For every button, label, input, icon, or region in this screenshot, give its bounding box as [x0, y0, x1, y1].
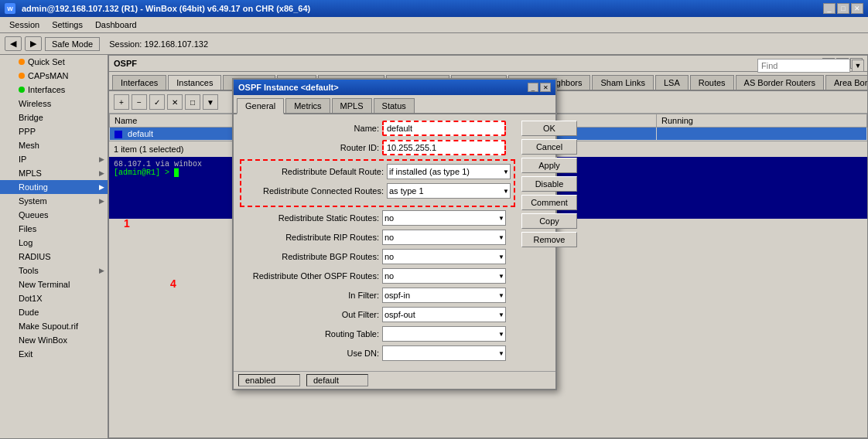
- redistribute-bgp-select[interactable]: no as type 1 as type 2: [382, 249, 506, 264]
- tab-interfaces[interactable]: Interfaces: [112, 75, 166, 90]
- apply-button[interactable]: Apply: [521, 158, 577, 173]
- redistribute-connected-select[interactable]: as type 1 no as type 2: [387, 183, 511, 199]
- sidebar-item-routing[interactable]: Routing ▶: [0, 180, 108, 194]
- tab-instances[interactable]: Instances: [168, 75, 221, 91]
- back-button[interactable]: ◀: [5, 36, 22, 51]
- sidebar-item-interfaces[interactable]: Interfaces: [0, 83, 108, 97]
- ospf-titlebar: OSPF _ □ ✕: [109, 56, 867, 72]
- redistribute-rip-wrapper: no as type 1 as type 2: [382, 230, 506, 245]
- filter-button[interactable]: ▼: [203, 94, 218, 110]
- sidebar-item-ip[interactable]: IP ▶: [0, 152, 108, 166]
- tab-as-border-routers[interactable]: AS Border Routers: [736, 75, 824, 90]
- redistribute-connected-row: Redistribute Connected Routes: as type 1…: [244, 183, 511, 199]
- out-filter-select[interactable]: ospf-out none: [382, 307, 506, 322]
- col-running: Running: [657, 114, 867, 128]
- sidebar-item-new-terminal[interactable]: New Terminal: [0, 277, 108, 291]
- dialog-status-bar: enabled default: [234, 371, 555, 389]
- disable-button[interactable]: Disable: [521, 176, 577, 192]
- instance-icon: [114, 131, 122, 138]
- dialog-tab-general[interactable]: General: [237, 98, 284, 114]
- tab-sham-links[interactable]: Sham Links: [592, 75, 653, 90]
- dialog-form: Name: Router ID: Redistribute Default Ro…: [240, 121, 515, 365]
- maximize-button[interactable]: □: [837, 3, 849, 14]
- use-dn-select[interactable]: [382, 345, 506, 361]
- dialog-tabs: General Metrics MPLS Status: [234, 95, 555, 114]
- tab-area-border-routers[interactable]: Area Border Routers: [825, 75, 867, 90]
- close-button[interactable]: ✕: [851, 3, 863, 14]
- sidebar-item-label: System: [19, 196, 47, 206]
- session-label: Session: 192.168.107.132: [109, 39, 208, 49]
- sidebar-item-tools[interactable]: Tools ▶: [0, 264, 108, 277]
- menu-settings[interactable]: Settings: [46, 19, 89, 31]
- sidebar-item-bridge[interactable]: Bridge: [0, 111, 108, 124]
- sidebar-item-label: Wireless: [19, 99, 51, 108]
- sidebar-item-label: Log: [19, 238, 32, 247]
- sidebar-item-dude[interactable]: Dude: [0, 305, 108, 319]
- routing-table-select[interactable]: [382, 326, 506, 342]
- mpls-arrow-icon: ▶: [99, 169, 104, 177]
- tab-lsa[interactable]: LSA: [655, 75, 689, 90]
- disable-button[interactable]: ✕: [167, 94, 183, 110]
- sidebar-item-label: Quick Set: [28, 57, 65, 66]
- sidebar-item-new-winbox[interactable]: New WinBox: [0, 333, 108, 347]
- use-dn-wrapper: [382, 345, 506, 361]
- sidebar-item-label: New Terminal: [19, 280, 70, 289]
- menu-bar: Session Settings Dashboard: [0, 17, 868, 33]
- sidebar-item-exit[interactable]: Exit: [0, 347, 108, 361]
- sidebar-item-mesh[interactable]: Mesh: [0, 138, 108, 152]
- find-input[interactable]: [757, 72, 850, 73]
- redistribute-rip-select[interactable]: no as type 1 as type 2: [382, 230, 506, 245]
- sidebar-item-radius[interactable]: RADIUS: [0, 250, 108, 264]
- menu-dashboard[interactable]: Dashboard: [89, 19, 143, 31]
- forward-button[interactable]: ▶: [25, 36, 42, 51]
- sidebar-item-log[interactable]: Log: [0, 236, 108, 250]
- title-bar: W admin@192.168.107.132 (R1) - WinBox (6…: [0, 0, 868, 17]
- interfaces-status-dot: [19, 87, 25, 93]
- sidebar-item-label: Make Supout.rif: [19, 322, 78, 331]
- copy-button[interactable]: Copy: [521, 213, 577, 229]
- main-layout: Quick Set CAPsMAN Interfaces Wireless Br…: [0, 55, 868, 438]
- dialog-tab-mpls[interactable]: MPLS: [332, 98, 372, 113]
- redistribute-ospf-select[interactable]: no as type 1 as type 2: [382, 268, 506, 284]
- sidebar-item-capsman[interactable]: CAPsMAN: [0, 69, 108, 83]
- minimize-button[interactable]: _: [823, 3, 836, 14]
- sidebar-item-label: IP: [19, 155, 26, 164]
- dialog-window-controls: _ ✕: [528, 83, 551, 92]
- sidebar-item-files[interactable]: Files: [0, 222, 108, 236]
- ip-arrow-icon: ▶: [99, 155, 104, 163]
- sidebar-item-label: Exit: [19, 349, 32, 359]
- sidebar-item-quickset[interactable]: Quick Set: [0, 55, 108, 69]
- remove-button[interactable]: −: [132, 94, 147, 110]
- sidebar-item-mpls[interactable]: MPLS ▶: [0, 166, 108, 180]
- redistribute-default-wrapper: if installed (as type 1) no always (as t…: [387, 164, 511, 179]
- name-input[interactable]: [382, 121, 506, 136]
- dialog-minimize-button[interactable]: _: [528, 83, 538, 92]
- sidebar-item-ppp[interactable]: PPP: [0, 124, 108, 138]
- dialog-close-button[interactable]: ✕: [540, 83, 551, 92]
- dialog-tab-metrics[interactable]: Metrics: [285, 98, 330, 113]
- status-enabled: enabled: [238, 374, 300, 386]
- add-button[interactable]: +: [114, 94, 129, 110]
- sidebar-item-make-supout[interactable]: Make Supout.rif: [0, 319, 108, 333]
- redistribute-static-select[interactable]: no as type 1 as type 2: [382, 210, 506, 226]
- redistribute-default-select[interactable]: if installed (as type 1) no always (as t…: [387, 164, 511, 179]
- router-id-input[interactable]: [382, 140, 506, 155]
- remove-button[interactable]: Remove: [521, 232, 577, 247]
- in-filter-select[interactable]: ospf-in none: [382, 288, 506, 303]
- cell-running: [657, 128, 867, 141]
- cancel-button[interactable]: Cancel: [521, 139, 577, 155]
- comment-button[interactable]: Comment: [521, 195, 577, 210]
- routing-arrow-icon: ▶: [99, 183, 104, 191]
- sidebar-item-system[interactable]: System ▶: [0, 194, 108, 208]
- safe-mode-button[interactable]: Safe Mode: [45, 37, 100, 51]
- tab-routes[interactable]: Routes: [690, 75, 734, 90]
- comment-button[interactable]: □: [185, 94, 200, 110]
- enable-button[interactable]: ✓: [149, 94, 165, 110]
- menu-session[interactable]: Session: [3, 19, 46, 31]
- sidebar-item-dot1x[interactable]: Dot1X: [0, 291, 108, 305]
- sidebar-item-queues[interactable]: Queues: [0, 208, 108, 222]
- ok-button[interactable]: OK: [521, 121, 577, 136]
- dialog-title: OSPF Instance <default>: [238, 83, 339, 92]
- dialog-tab-status[interactable]: Status: [374, 98, 415, 113]
- sidebar-item-wireless[interactable]: Wireless: [0, 97, 108, 111]
